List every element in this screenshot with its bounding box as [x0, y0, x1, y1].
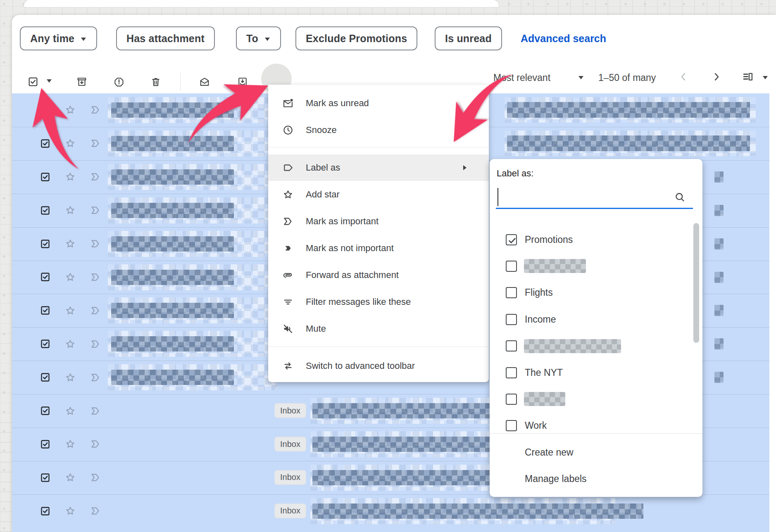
label-option-work[interactable]: Work	[490, 413, 702, 433]
advanced-search-link[interactable]: Advanced search	[521, 26, 606, 50]
split-pane-caret-icon[interactable]	[762, 76, 769, 80]
importance-marker-icon[interactable]	[90, 204, 101, 216]
checkbox-unchecked-icon[interactable]	[506, 420, 517, 431]
row-checkbox[interactable]	[40, 405, 51, 416]
star-icon[interactable]	[64, 405, 76, 417]
filter-chip-exclude-promotions[interactable]: Exclude Promotions	[295, 26, 417, 50]
importance-marker-icon[interactable]	[90, 104, 101, 116]
importance-marker-icon[interactable]	[90, 338, 101, 350]
redacted-text-fragment	[714, 238, 724, 249]
checkbox-unchecked-icon[interactable]	[506, 314, 517, 325]
row-checkbox[interactable]	[40, 171, 51, 183]
sort-caret-icon[interactable]	[578, 76, 584, 80]
star-icon[interactable]	[64, 472, 76, 483]
star-icon[interactable]	[64, 104, 76, 116]
star-icon[interactable]	[64, 372, 76, 383]
checkbox-unchecked-icon[interactable]	[506, 261, 517, 272]
redacted-text-fragment	[714, 372, 724, 383]
row-checkbox[interactable]	[40, 238, 51, 249]
row-checkbox[interactable]	[40, 439, 51, 450]
row-checkbox[interactable]	[40, 338, 51, 349]
star-icon[interactable]	[64, 271, 76, 283]
importance-marker-icon[interactable]	[90, 505, 101, 517]
row-checkbox[interactable]	[40, 104, 51, 116]
submenu-title: Label as:	[497, 168, 533, 179]
report-spam-button[interactable]	[108, 71, 130, 93]
menu-item-switch-to-advanced-toolbar[interactable]: Switch to advanced toolbar	[268, 353, 489, 379]
row-checkbox[interactable]	[40, 506, 51, 517]
star-icon[interactable]	[64, 138, 76, 149]
star-icon[interactable]	[64, 438, 76, 450]
importance-marker-icon[interactable]	[90, 171, 101, 183]
checkbox-unchecked-icon[interactable]	[506, 367, 517, 378]
select-all-checkbox[interactable]	[22, 71, 44, 93]
star-icon[interactable]	[64, 171, 76, 183]
star-icon[interactable]	[64, 238, 76, 249]
row-checkbox[interactable]	[40, 472, 51, 483]
redacted-label-blur	[524, 339, 621, 353]
row-checkbox[interactable]	[40, 372, 51, 383]
menu-item-forward-as-attachment[interactable]: Forward as attachment	[268, 262, 489, 288]
importance-marker-icon[interactable]	[90, 438, 101, 450]
mark-as-read-button[interactable]	[194, 71, 215, 93]
checkbox-checked-icon[interactable]	[506, 234, 517, 245]
label-option-promotions[interactable]: Promotions	[490, 226, 702, 253]
star-icon[interactable]	[64, 305, 76, 316]
row-checkbox[interactable]	[40, 305, 51, 316]
split-pane-toggle[interactable]	[742, 71, 754, 83]
star-icon[interactable]	[64, 204, 76, 216]
label-option-income[interactable]: Income	[490, 306, 702, 332]
menu-item-add-star[interactable]: Add star	[268, 181, 489, 208]
importance-marker-icon[interactable]	[90, 405, 101, 417]
row-checkbox[interactable]	[40, 271, 51, 283]
checkbox-unchecked-icon[interactable]	[506, 287, 517, 298]
label-option-redacted[interactable]	[490, 253, 702, 279]
submenu-scrollbar-thumb[interactable]	[693, 223, 699, 343]
redacted-subject-blur	[507, 135, 750, 151]
importance-marker-icon[interactable]	[90, 238, 101, 249]
label-option-flights[interactable]: Flights	[490, 280, 702, 306]
menu-item-mark-as-important[interactable]: Mark as important	[268, 208, 489, 235]
menu-item-mark-as-not-important[interactable]: Mark as not important	[268, 235, 489, 261]
label-option-redacted[interactable]	[490, 333, 702, 359]
submenu-divider	[490, 433, 702, 434]
star-icon[interactable]	[64, 505, 76, 517]
menu-divider	[268, 147, 489, 147]
filter-chip-is-unread[interactable]: Is unread	[435, 26, 502, 50]
menu-item-mute[interactable]: Mute	[268, 316, 489, 342]
email-row[interactable]: Inbox	[12, 494, 769, 528]
importance-marker-icon[interactable]	[90, 372, 101, 383]
importance-marker-icon[interactable]	[90, 271, 101, 283]
checkbox-unchecked-icon[interactable]	[506, 340, 517, 352]
filter-chip-any-time[interactable]: Any time	[20, 26, 97, 50]
delete-button[interactable]	[145, 71, 167, 93]
filter-chip-to[interactable]: To	[236, 26, 281, 50]
filter-chip-label: Is unread	[445, 33, 492, 45]
sort-selector[interactable]: Most relevant	[493, 72, 550, 83]
label-option-redacted[interactable]	[490, 386, 702, 412]
menu-item-filter-messages-like-these[interactable]: Filter messages like these	[268, 289, 489, 315]
star-icon[interactable]	[64, 338, 76, 350]
menu-item-mark-as-unread[interactable]: Mark as unread	[268, 90, 489, 116]
redacted-subject-blur	[312, 403, 500, 418]
importance-marker-icon[interactable]	[90, 138, 101, 149]
importance-marker-icon[interactable]	[90, 305, 101, 316]
filter-chip-has-attachment[interactable]: Has attachment	[116, 26, 215, 50]
menu-item-snooze[interactable]: Snooze	[268, 117, 489, 143]
menu-item-label-as[interactable]: Label as	[268, 154, 489, 181]
select-all-caret-icon[interactable]	[46, 79, 52, 83]
checkbox-unchecked-icon[interactable]	[506, 394, 517, 405]
label-search-input[interactable]	[496, 184, 693, 208]
newer-page-button[interactable]	[678, 71, 689, 83]
inbox-label-chip: Inbox	[274, 437, 306, 451]
redacted-text-fragment	[714, 272, 724, 283]
move-to-button[interactable]	[232, 71, 253, 93]
older-page-button[interactable]	[711, 71, 722, 83]
row-checkbox[interactable]	[40, 138, 51, 149]
label-option-the-nyt[interactable]: The NYT	[490, 359, 702, 386]
row-checkbox[interactable]	[40, 205, 51, 216]
importance-marker-icon[interactable]	[90, 472, 101, 483]
archive-button[interactable]	[71, 71, 93, 93]
submenu-action-manage-labels[interactable]: Manage labels	[525, 473, 587, 484]
submenu-action-create-new[interactable]: Create new	[525, 447, 574, 458]
